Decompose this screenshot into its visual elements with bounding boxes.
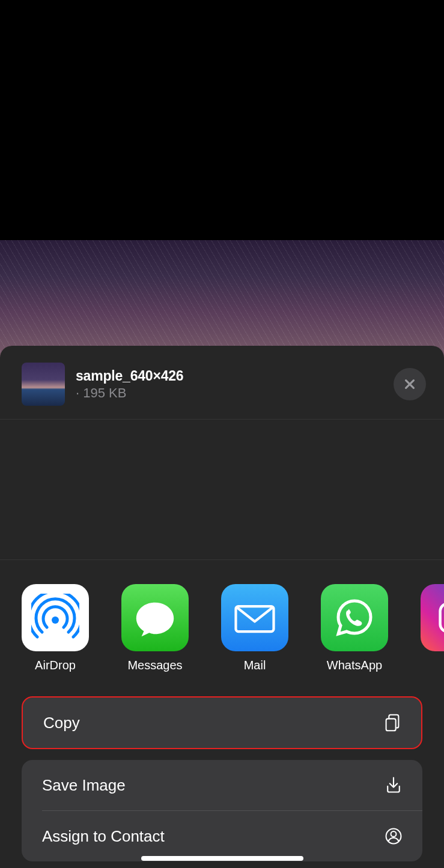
- app-mail[interactable]: Mail: [221, 584, 288, 672]
- mail-icon: [221, 584, 288, 651]
- copy-icon: [382, 712, 403, 734]
- action-save-image[interactable]: Save Image: [22, 760, 422, 810]
- home-indicator[interactable]: [141, 856, 303, 861]
- close-icon: [403, 378, 416, 391]
- app-airdrop[interactable]: AirDrop: [22, 584, 89, 672]
- app-label: Messages: [127, 659, 182, 672]
- instagram-icon: [421, 584, 444, 651]
- action-group-secondary: Save Image Assign to Contact: [22, 760, 422, 861]
- close-button[interactable]: [394, 368, 426, 400]
- action-copy-group: Copy: [22, 696, 422, 749]
- app-whatsapp[interactable]: WhatsApp: [321, 584, 388, 672]
- action-copy[interactable]: Copy: [23, 698, 421, 748]
- download-icon: [383, 774, 404, 796]
- app-messages[interactable]: Messages: [121, 584, 189, 672]
- svg-point-0: [52, 616, 59, 624]
- share-apps-row[interactable]: AirDrop Messages Mail: [0, 560, 444, 672]
- file-thumbnail[interactable]: [22, 363, 65, 406]
- share-sheet: sample_640×426 · 195 KB: [0, 346, 444, 868]
- svg-point-7: [391, 831, 397, 837]
- svg-rect-5: [386, 719, 396, 731]
- file-size: · 195 KB: [76, 385, 383, 401]
- file-name: sample_640×426: [76, 368, 383, 384]
- airdrop-contacts-region[interactable]: [0, 420, 444, 560]
- app-label: Mail: [244, 659, 266, 672]
- contact-icon: [383, 825, 404, 847]
- messages-icon: [121, 584, 189, 651]
- action-label: Assign to Contact: [42, 827, 165, 846]
- app-label: AirDrop: [35, 659, 76, 672]
- airdrop-icon: [22, 584, 89, 651]
- action-label: Copy: [43, 714, 80, 732]
- action-assign-to-contact[interactable]: Assign to Contact: [22, 811, 422, 861]
- file-info: sample_640×426 · 195 KB: [76, 368, 383, 401]
- app-label: WhatsApp: [327, 659, 382, 672]
- action-label: Save Image: [42, 776, 126, 795]
- whatsapp-icon: [321, 584, 388, 651]
- app-instagram[interactable]: Ins: [421, 584, 444, 672]
- background-wallpaper: [0, 240, 444, 360]
- svg-rect-2: [440, 604, 444, 632]
- share-header: sample_640×426 · 195 KB: [0, 346, 444, 420]
- actions-list: Copy Save Image: [0, 672, 444, 861]
